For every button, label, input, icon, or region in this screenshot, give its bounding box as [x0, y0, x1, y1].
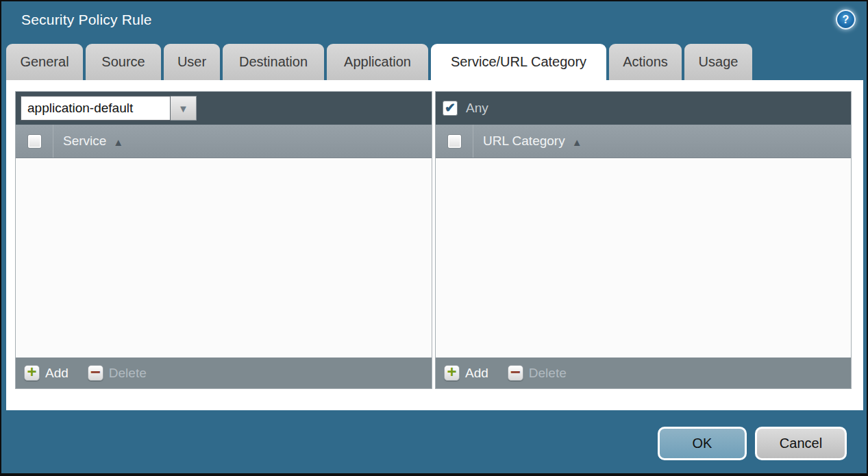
url-category-list-body[interactable] [436, 158, 851, 358]
service-select-all-checkbox[interactable] [27, 134, 42, 149]
sort-ascending-icon[interactable]: ▲ [572, 136, 582, 148]
url-category-add-label: Add [465, 366, 488, 381]
service-type-dropdown-value[interactable]: application-default [21, 96, 171, 121]
help-icon[interactable]: ? [836, 10, 856, 29]
service-url-category-tab-content: application-default ▼ Service ▲ + [6, 80, 863, 410]
service-column-label: Service [63, 134, 106, 149]
url-category-select-all-cell [436, 125, 473, 158]
tab-bar: General Source User Destination Applicat… [6, 44, 752, 80]
any-checkbox-label: Any [466, 101, 488, 116]
url-category-add-button[interactable]: + Add [444, 365, 488, 381]
service-toolbar: application-default ▼ [16, 92, 432, 125]
url-category-panel: ✔ Any URL Category ▲ + Add [435, 91, 852, 389]
ok-button[interactable]: OK [658, 427, 747, 460]
add-plus-icon: + [24, 365, 40, 381]
tab-general[interactable]: General [6, 44, 83, 80]
delete-minus-icon: − [508, 365, 523, 381]
url-category-column-header: URL Category ▲ [436, 125, 851, 158]
url-category-delete-label: Delete [529, 366, 567, 381]
service-delete-label: Delete [109, 366, 147, 381]
tab-source[interactable]: Source [86, 44, 161, 80]
service-add-button[interactable]: + Add [24, 365, 69, 381]
service-column-header: Service ▲ [16, 125, 432, 158]
tab-application[interactable]: Application [327, 44, 428, 80]
add-plus-icon: + [444, 365, 460, 381]
delete-minus-icon: − [88, 365, 103, 381]
sort-ascending-icon[interactable]: ▲ [113, 136, 123, 148]
checkmark-icon: ✔ [445, 101, 456, 114]
security-policy-rule-dialog: Security Policy Rule ? General Source Us… [0, 0, 868, 476]
url-category-select-all-checkbox[interactable] [447, 134, 462, 149]
tab-actions[interactable]: Actions [609, 44, 682, 80]
service-type-dropdown[interactable]: application-default ▼ [21, 96, 197, 121]
url-category-toolbar: ✔ Any [436, 92, 851, 125]
url-category-delete-button[interactable]: − Delete [508, 365, 567, 381]
service-list-body[interactable] [16, 158, 432, 358]
tab-user[interactable]: User [164, 44, 220, 80]
question-mark-glyph: ? [843, 14, 850, 26]
tab-usage[interactable]: Usage [684, 44, 752, 80]
cancel-button[interactable]: Cancel [755, 427, 847, 460]
service-add-label: Add [45, 366, 69, 381]
service-delete-button[interactable]: − Delete [88, 365, 147, 381]
tab-service-url-category[interactable]: Service/URL Category [431, 44, 606, 80]
service-select-all-cell [16, 125, 53, 158]
tab-destination[interactable]: Destination [223, 44, 324, 80]
chevron-down-icon: ▼ [178, 103, 188, 114]
service-panel: application-default ▼ Service ▲ + [15, 91, 432, 389]
dialog-title: Security Policy Rule [21, 12, 152, 28]
url-category-column-label: URL Category [483, 134, 565, 149]
service-footer: + Add − Delete [16, 358, 432, 388]
service-type-dropdown-button[interactable]: ▼ [171, 96, 197, 121]
url-category-footer: + Add − Delete [436, 358, 851, 388]
any-checkbox[interactable]: ✔ [443, 101, 458, 116]
